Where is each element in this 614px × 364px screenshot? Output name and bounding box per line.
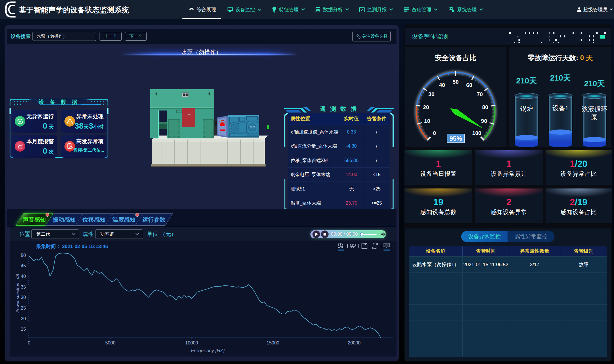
svg-text:210天: 210天 [584,79,605,88]
svg-text:15000: 15000 [266,340,279,345]
svg-text:Power spectrum, dB: Power spectrum, dB [15,274,20,312]
svg-text:20: 20 [423,104,429,110]
svg-text:70: 70 [477,91,483,97]
svg-text:30: 30 [428,91,434,97]
svg-text:40: 40 [439,82,445,88]
svg-text:0: 0 [433,130,436,136]
svg-text:210天: 210天 [550,74,571,82]
svg-text:40: 40 [21,274,26,279]
svg-text:90: 90 [481,118,487,124]
svg-text:泵: 泵 [591,114,598,121]
svg-text:浆液循环: 浆液循环 [582,105,607,113]
svg-text:210天: 210天 [516,77,537,85]
svg-text:95%: 95% [449,135,462,142]
svg-text:10: 10 [424,118,430,124]
svg-text:30: 30 [21,295,26,300]
svg-text:50: 50 [21,253,26,258]
svg-text:设备1: 设备1 [552,104,569,112]
svg-text:35: 35 [21,285,26,289]
svg-text:Frequency [HZ]: Frequency [HZ] [191,348,225,353]
svg-text:45: 45 [21,263,26,268]
svg-text:60: 60 [466,82,472,88]
svg-text:25: 25 [21,306,26,310]
svg-text:100: 100 [472,130,481,136]
svg-text:10000: 10000 [185,340,198,345]
svg-text:0: 0 [28,340,30,345]
svg-text:5000: 5000 [105,340,116,345]
svg-text:20000: 20000 [348,340,361,345]
svg-text:15: 15 [21,327,26,331]
svg-text:50: 50 [453,79,459,85]
svg-text:20: 20 [21,316,26,321]
svg-text:80: 80 [482,104,488,110]
svg-text:锅炉: 锅炉 [520,105,533,112]
